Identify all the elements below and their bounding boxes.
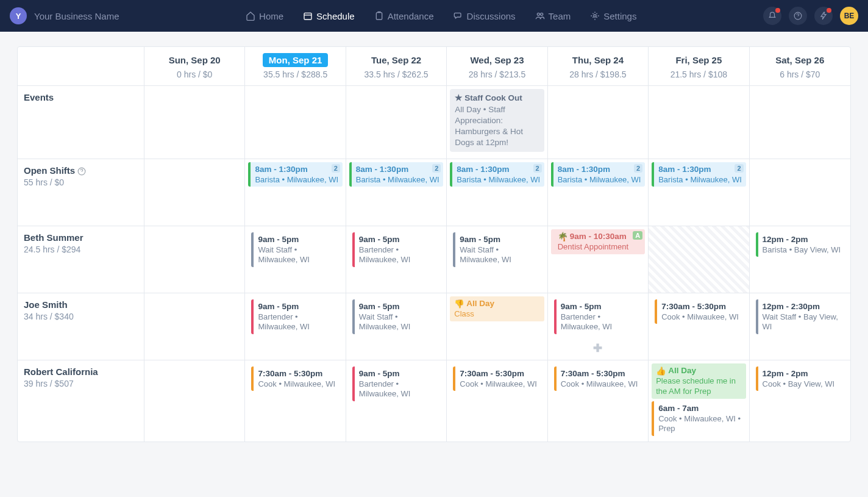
shift-meta: Bartender • Milwaukee, WI — [561, 312, 639, 333]
joe-fri[interactable]: 7:30am - 5:30pmCook • Milwaukee, WI — [649, 293, 749, 360]
beth-sat[interactable]: 12pm - 2pmBarista • Bay View, WI — [750, 226, 850, 293]
rob-fri[interactable]: 👍All DayPlease schedule me in the AM for… — [649, 360, 749, 442]
calendar-icon — [303, 11, 313, 21]
rob-tue[interactable]: 9am - 5pmBartender • Milwaukee, WI — [346, 360, 447, 442]
events-wed[interactable]: ★Staff Cook Out All Day • Staff Apprecia… — [447, 86, 547, 159]
rob-sun[interactable] — [144, 360, 245, 442]
open-fri[interactable]: 8am - 1:30pmBarista • Milwaukee, WI2 — [649, 159, 749, 226]
shift-card[interactable]: 9am - 5pmBartender • Milwaukee, WI — [251, 299, 339, 334]
shift-card[interactable]: 9am - 5pmBartender • Milwaukee, WI — [352, 232, 440, 267]
events-thu[interactable] — [548, 86, 649, 159]
event-card[interactable]: ★Staff Cook Out All Day • Staff Apprecia… — [450, 89, 544, 152]
open-mon[interactable]: 8am - 1:30pmBarista • Milwaukee, WI2 — [245, 159, 346, 226]
nav-schedule[interactable]: Schedule — [296, 7, 362, 25]
rob-wed[interactable]: 7:30am - 5:30pmCook • Milwaukee, WI — [447, 360, 547, 442]
shift-card[interactable]: 7:30am - 5:30pmCook • Milwaukee, WI — [453, 366, 541, 391]
shift-time: 8am - 1:30pm — [356, 164, 440, 175]
thumbs-up-icon: 👍 — [656, 366, 666, 377]
open-shift-card[interactable]: 8am - 1:30pmBarista • Milwaukee, WI2 — [652, 162, 745, 187]
beth-tue[interactable]: 9am - 5pmBartender • Milwaukee, WI — [346, 226, 447, 293]
open-shift-card[interactable]: 8am - 1:30pmBarista • Milwaukee, WI2 — [450, 162, 544, 187]
rob-sat[interactable]: 12pm - 2pmCook • Bay View, WI — [750, 360, 850, 442]
nav-discussions-label: Discussions — [467, 11, 516, 21]
open-shift-card[interactable]: 8am - 1:30pmBarista • Milwaukee, WI2 — [248, 162, 342, 187]
row-label-robert[interactable]: Robert California39 hrs / $507 — [18, 360, 144, 442]
shift-card[interactable]: 9am - 5pmWait Staff • Milwaukee, WI — [251, 232, 339, 267]
nav-attendance[interactable]: Attendance — [367, 7, 441, 25]
rob-mon[interactable]: 7:30am - 5:30pmCook • Milwaukee, WI — [245, 360, 346, 442]
shift-meta: Please schedule me in the AM for Prep — [656, 376, 742, 397]
shift-card[interactable]: 9am - 5pmBartender • Milwaukee, WI — [554, 299, 642, 334]
shift-card[interactable]: 9am - 5pmBartender • Milwaukee, WI — [352, 366, 440, 401]
shift-time: 7:30am - 5:30pm — [561, 368, 639, 379]
open-sun[interactable] — [144, 159, 245, 226]
day-header-sun[interactable]: Sun, Sep 200 hrs / $0 — [144, 47, 245, 86]
shift-card[interactable]: 9am - 5pmWait Staff • Milwaukee, WI — [352, 299, 440, 334]
add-shift-button[interactable]: ✚ — [593, 341, 602, 355]
shift-meta: Cook • Milwaukee, WI — [258, 379, 336, 390]
user-avatar[interactable]: BE — [840, 7, 858, 25]
day-header-fri[interactable]: Fri, Sep 2521.5 hrs / $108 — [649, 47, 749, 86]
events-sun[interactable] — [144, 86, 245, 159]
open-wed[interactable]: 8am - 1:30pmBarista • Milwaukee, WI2 — [447, 159, 547, 226]
shift-card[interactable]: 9am - 5pmWait Staff • Milwaukee, WI — [453, 232, 541, 267]
shift-card[interactable]: 7:30am - 5:30pmCook • Milwaukee, WI — [251, 366, 339, 391]
day-summary: 33.5 hrs / $262.5 — [352, 70, 440, 79]
events-sat[interactable] — [750, 86, 850, 159]
business-name[interactable]: Your Business Name — [34, 11, 119, 21]
day-header-sat[interactable]: Sat, Sep 266 hrs / $70 — [750, 47, 850, 86]
shift-card[interactable]: 7:30am - 5:30pmCook • Milwaukee, WI — [655, 299, 742, 324]
employee-name: Robert California — [24, 366, 138, 377]
day-summary: 0 hrs / $0 — [151, 70, 238, 79]
events-mon[interactable] — [245, 86, 346, 159]
shift-meta: Barista • Milwaukee, WI — [356, 175, 440, 185]
day-header-mon[interactable]: Mon, Sep 2135.5 hrs / $288.5 — [245, 47, 346, 86]
shift-meta: Cook • Bay View, WI — [763, 379, 841, 390]
shift-card[interactable]: 7:30am - 5:30pmCook • Milwaukee, WI — [554, 366, 642, 391]
events-tue[interactable] — [346, 86, 447, 159]
activity-button[interactable] — [814, 7, 833, 25]
shift-card[interactable]: 12pm - 2:30pmWait Staff • Bay View, WI — [756, 299, 844, 334]
open-sat[interactable] — [750, 159, 850, 226]
rob-thu[interactable]: 7:30am - 5:30pmCook • Milwaukee, WI — [548, 360, 649, 442]
day-header-wed[interactable]: Wed, Sep 2328 hrs / $213.5 — [447, 47, 547, 86]
shift-card[interactable]: 12pm - 2pmCook • Bay View, WI — [756, 366, 844, 391]
open-shift-card[interactable]: 8am - 1:30pmBarista • Milwaukee, WI2 — [551, 162, 645, 187]
joe-tue[interactable]: 9am - 5pmWait Staff • Milwaukee, WI — [346, 293, 447, 360]
row-label-joe[interactable]: Joe Smith34 hrs / $340 — [18, 293, 144, 360]
shift-meta: Wait Staff • Milwaukee, WI — [460, 245, 538, 266]
beth-fri[interactable] — [649, 226, 749, 293]
day-header-tue[interactable]: Tue, Sep 2233.5 hrs / $262.5 — [346, 47, 447, 86]
appointment-card[interactable]: 🌴9am - 10:30amDentist AppointmentA — [551, 229, 645, 254]
nav-discussions[interactable]: Discussions — [446, 7, 523, 25]
day-header-thu[interactable]: Thu, Sep 2428 hrs / $198.5 — [548, 47, 649, 86]
help-button[interactable] — [789, 7, 807, 25]
shift-meta: Barista • Milwaukee, WI — [255, 175, 339, 185]
shift-card[interactable]: 12pm - 2pmBarista • Bay View, WI — [756, 232, 844, 257]
joe-sun[interactable] — [144, 293, 245, 360]
row-label-open-shifts: Open Shifts 55 hrs / $0 — [18, 159, 144, 226]
nav-settings[interactable]: Settings — [583, 7, 644, 25]
help-icon[interactable] — [77, 167, 86, 176]
shift-card[interactable]: 6am - 7amCook • Milwaukee, WI • Prep — [652, 401, 745, 436]
preference-card[interactable]: 👍All DayPlease schedule me in the AM for… — [652, 363, 745, 399]
beth-mon[interactable]: 9am - 5pmWait Staff • Milwaukee, WI — [245, 226, 346, 293]
row-label-beth[interactable]: Beth Summer24.5 hrs / $294 — [18, 226, 144, 293]
joe-wed[interactable]: 👎All DayClass — [447, 293, 547, 360]
beth-thu[interactable]: 🌴9am - 10:30amDentist AppointmentA — [548, 226, 649, 293]
nav-team[interactable]: Team — [528, 7, 578, 25]
events-fri[interactable] — [649, 86, 749, 159]
joe-sat[interactable]: 12pm - 2:30pmWait Staff • Bay View, WI — [750, 293, 850, 360]
joe-mon[interactable]: 9am - 5pmBartender • Milwaukee, WI — [245, 293, 346, 360]
joe-thu[interactable]: 9am - 5pmBartender • Milwaukee, WI✚ — [548, 293, 649, 360]
nav-home[interactable]: Home — [238, 7, 291, 25]
shift-time: 8am - 1:30pm — [558, 164, 642, 175]
open-shift-card[interactable]: 8am - 1:30pmBarista • Milwaukee, WI2 — [349, 162, 443, 187]
unavailable-card[interactable]: 👎All DayClass — [450, 296, 544, 321]
open-thu[interactable]: 8am - 1:30pmBarista • Milwaukee, WI2 — [548, 159, 649, 226]
beth-wed[interactable]: 9am - 5pmWait Staff • Milwaukee, WI — [447, 226, 547, 293]
business-logo[interactable]: Y — [10, 7, 27, 24]
notifications-button[interactable] — [763, 7, 781, 25]
beth-sun[interactable] — [144, 226, 245, 293]
open-tue[interactable]: 8am - 1:30pmBarista • Milwaukee, WI2 — [346, 159, 447, 226]
